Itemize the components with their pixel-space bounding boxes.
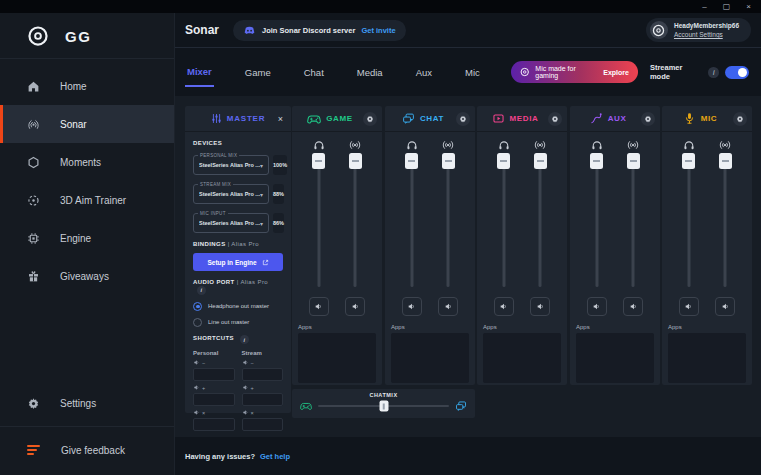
shortcuts-info-icon[interactable]: i [240, 335, 249, 344]
channel-settings-button[interactable] [733, 112, 747, 126]
tab-media[interactable]: Media [355, 59, 385, 86]
tab-game[interactable]: Game [243, 59, 273, 86]
tab-aux[interactable]: Aux [414, 59, 434, 86]
channel-settings-button[interactable] [456, 112, 470, 126]
speaker-icon [721, 302, 730, 311]
broadcast-icon [627, 138, 639, 151]
get-invite-link[interactable]: Get invite [361, 26, 395, 35]
shortcut-input-personal-volup[interactable] [193, 393, 235, 406]
radio-headphone-out[interactable]: Headphone out master [193, 302, 283, 311]
speaker-icon [314, 302, 323, 311]
stream-mute-button[interactable] [345, 297, 365, 316]
aux-cable-icon [590, 112, 603, 125]
personal-volume-slider[interactable] [682, 153, 695, 289]
personal-mute-button[interactable] [587, 297, 607, 316]
sidebar-item-sonar[interactable]: Sonar [0, 105, 174, 143]
apps-area [298, 333, 376, 383]
channel-strip-mic: MIC [662, 106, 752, 385]
sonar-icon [27, 118, 40, 131]
sidebar-nav: Home Sonar Moments 3D Aim Trainer Engine [0, 59, 174, 295]
sidebar-item-moments[interactable]: Moments [0, 143, 174, 181]
personal-volume-slider[interactable] [405, 153, 418, 289]
get-help-link[interactable]: Get help [260, 452, 290, 461]
channel-settings-button[interactable] [641, 112, 655, 126]
stream-volume-slider[interactable] [719, 153, 732, 289]
setup-in-engine-button[interactable]: Setup in Engine [193, 253, 283, 271]
steelseries-logo-icon [27, 25, 49, 47]
app-logo[interactable]: GG [0, 13, 174, 59]
stream-volume-slider[interactable] [534, 153, 547, 289]
tab-mixer[interactable]: Mixer [185, 58, 214, 87]
stream-volume-slider[interactable] [349, 153, 362, 289]
sidebar-item-give-feedback[interactable]: Give feedback [0, 431, 174, 469]
mic-input-dropdown[interactable]: MIC INPUT SteelSeries Alias Pro ... ▾ [193, 213, 269, 233]
slider-handle[interactable] [442, 153, 455, 169]
channel-settings-button[interactable] [363, 112, 377, 126]
chat-bubbles-icon [455, 400, 467, 412]
streamer-info-icon[interactable]: i [708, 67, 719, 78]
personal-volume-slider[interactable] [590, 153, 603, 289]
shortcut-input-stream-mute[interactable] [242, 418, 284, 431]
personal-mix-dropdown[interactable]: PERSONAL MIX SteelSeries Alias Pro ... ▾ [193, 155, 269, 175]
personal-mute-button[interactable] [402, 297, 422, 316]
radio-line-out[interactable]: Line out master [193, 318, 283, 327]
slider-handle[interactable] [312, 153, 325, 169]
sidebar-item-engine[interactable]: Engine [0, 219, 174, 257]
stream-mute-button[interactable] [530, 297, 550, 316]
tab-mic[interactable]: Mic [463, 59, 482, 86]
apps-label: Apps [668, 324, 752, 330]
master-title: MASTER [227, 114, 266, 123]
streamer-mode-toggle[interactable] [725, 66, 749, 79]
account-settings-link[interactable]: Account Settings [674, 30, 739, 39]
chevron-down-icon: ▾ [260, 191, 263, 198]
account-chip[interactable]: HeadyMembership66 Account Settings [646, 18, 751, 43]
tab-chat[interactable]: Chat [302, 59, 326, 86]
broadcast-icon [534, 138, 546, 151]
sidebar-item-giveaways[interactable]: Giveaways [0, 257, 174, 295]
maximize-button[interactable]: ▢ [715, 0, 739, 13]
stream-mute-button[interactable] [623, 297, 643, 316]
channel-settings-button[interactable] [548, 112, 562, 126]
personal-volume-slider[interactable] [497, 153, 510, 289]
slider-handle[interactable] [497, 153, 510, 169]
promo-banner[interactable]: Mic made for gaming Explore [511, 61, 638, 83]
promo-explore-link[interactable]: Explore [603, 69, 629, 76]
shortcut-input-stream-volup[interactable] [242, 393, 284, 406]
personal-mute-button[interactable] [494, 297, 514, 316]
stream-volume-slider[interactable] [627, 153, 640, 289]
headphone-icon [406, 138, 418, 151]
apps-label: Apps [391, 324, 475, 330]
speaker-icon [242, 359, 249, 366]
slider-handle[interactable] [534, 153, 547, 169]
audio-port-device: | Alias Pro [237, 279, 268, 285]
close-button[interactable]: × [738, 0, 761, 13]
stream-mute-button[interactable] [438, 297, 458, 316]
sidebar-item-settings[interactable]: Settings [0, 384, 174, 422]
chatmix-handle[interactable] [379, 401, 388, 412]
stream-mute-button[interactable] [715, 297, 735, 316]
personal-mix-volume: 100% [273, 155, 287, 175]
slider-handle[interactable] [682, 153, 695, 169]
shortcut-input-personal-voldown[interactable] [193, 368, 235, 381]
slider-handle[interactable] [719, 153, 732, 169]
home-icon [27, 80, 40, 93]
stream-volume-slider[interactable] [442, 153, 455, 289]
slider-handle[interactable] [405, 153, 418, 169]
shortcut-input-stream-voldown[interactable] [242, 368, 284, 381]
slider-handle[interactable] [627, 153, 640, 169]
audio-port-info-icon[interactable]: i [197, 286, 206, 295]
sidebar-item-home[interactable]: Home [0, 67, 174, 105]
personal-volume-slider[interactable] [312, 153, 325, 289]
gear-icon [551, 115, 559, 123]
sidebar-item-3d-aim-trainer[interactable]: 3D Aim Trainer [0, 181, 174, 219]
master-close-icon[interactable]: × [278, 114, 283, 124]
device-row-personal-mix: PERSONAL MIX SteelSeries Alias Pro ... ▾… [193, 155, 283, 175]
personal-mute-button[interactable] [679, 297, 699, 316]
slider-handle[interactable] [590, 153, 603, 169]
minimize-button[interactable]: – [694, 0, 714, 13]
stream-mix-dropdown[interactable]: STREAM MIX SteelSeries Alias Pro ... ▾ [193, 184, 269, 204]
slider-handle[interactable] [349, 153, 362, 169]
chatmix-slider[interactable] [318, 405, 449, 407]
shortcut-input-personal-mute[interactable] [193, 418, 235, 431]
personal-mute-button[interactable] [309, 297, 329, 316]
